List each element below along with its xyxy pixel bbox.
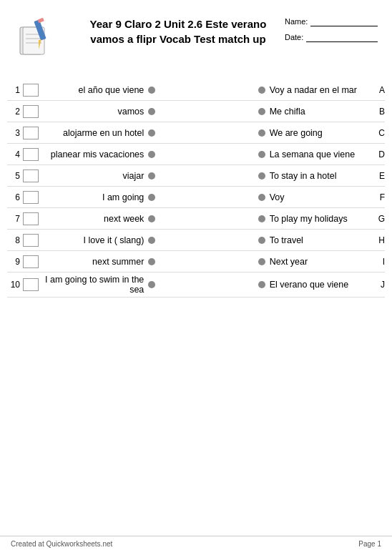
table-row: 2 vamos Me chifla B (7, 101, 385, 122)
left-dot-icon (148, 129, 155, 137)
right-letter: I (372, 257, 385, 267)
answer-box[interactable] (23, 127, 39, 139)
name-label: Name: (285, 17, 308, 26)
right-letter: E (372, 171, 385, 181)
table-row: 6 I am going Voy F (7, 187, 385, 208)
left-term: alojarme en un hotel (41, 128, 148, 138)
right-term: To stay in a hotel (265, 171, 372, 181)
left-term: I am going (41, 192, 148, 202)
row-number: 9 (7, 257, 23, 267)
row-number: 5 (7, 171, 23, 181)
row-number: 1 (7, 85, 23, 95)
table-row: 8 I love it ( slang) To travel H (7, 230, 385, 251)
page-title: Year 9 Claro 2 Unit 2.6 Este verano vamo… (72, 16, 285, 46)
answer-box[interactable] (23, 170, 39, 182)
right-dot-icon (258, 151, 265, 158)
svg-rect-7 (38, 18, 44, 23)
logo-area (14, 13, 72, 65)
left-dot-icon (148, 87, 155, 94)
table-row: 7 next week To play my holidays G (7, 208, 385, 230)
right-term: Voy a nadar en el mar (265, 85, 372, 95)
footer-right: Page 1 (358, 540, 381, 548)
right-letter: F (372, 192, 385, 202)
match-table: 1 el año que viene Voy a nadar en el mar… (0, 79, 392, 298)
right-letter: G (372, 214, 385, 224)
right-term: El verano que viene (265, 280, 372, 290)
row-number: 10 (7, 280, 23, 290)
right-dot-icon (258, 108, 265, 115)
left-term: planear mis vacaciones (41, 149, 148, 159)
right-dot-icon (258, 215, 265, 222)
left-dot-icon (148, 281, 155, 288)
right-letter: B (372, 107, 385, 117)
date-field-row: Date: (285, 32, 378, 42)
right-term: Me chifla (265, 107, 372, 117)
left-dot-icon (148, 151, 155, 158)
answer-box[interactable] (23, 234, 39, 247)
right-dot-icon (258, 237, 265, 244)
right-dot-icon (258, 194, 265, 201)
date-label: Date: (285, 33, 303, 41)
left-term: I am going to swim in the sea (41, 275, 148, 295)
logo-icon (14, 13, 64, 63)
row-number: 4 (7, 149, 23, 159)
row-number: 8 (7, 235, 23, 245)
footer-left: Created at Quickworksheets.net (11, 540, 112, 548)
name-underline[interactable] (310, 16, 378, 26)
right-dot-icon (258, 258, 265, 265)
name-date-area: Name: Date: (285, 13, 378, 48)
left-term: next week (41, 214, 148, 224)
right-dot-icon (258, 172, 265, 180)
left-term: vamos (41, 107, 148, 117)
table-row: 3 alojarme en un hotel We are going C (7, 122, 385, 144)
right-letter: D (372, 149, 385, 159)
row-number: 3 (7, 128, 23, 138)
answer-box[interactable] (23, 255, 39, 268)
table-row: 5 viajar To stay in a hotel E (7, 165, 385, 187)
table-row: 10 I am going to swim in the sea El vera… (7, 272, 385, 298)
right-letter: A (372, 85, 385, 95)
left-dot-icon (148, 258, 155, 265)
answer-box[interactable] (23, 212, 39, 225)
row-number: 7 (7, 214, 23, 224)
left-dot-icon (148, 237, 155, 244)
name-field-row: Name: (285, 16, 378, 26)
answer-box[interactable] (23, 105, 39, 118)
table-row: 1 el año que viene Voy a nadar en el mar… (7, 79, 385, 101)
row-number: 2 (7, 107, 23, 117)
page: Year 9 Claro 2 Unit 2.6 Este verano vamo… (0, 0, 392, 555)
left-dot-icon (148, 194, 155, 201)
table-row: 9 next summer Next year I (7, 251, 385, 272)
right-term: To play my holidays (265, 214, 372, 224)
right-term: We are going (265, 128, 372, 138)
table-row: 4 planear mis vacaciones La semana que v… (7, 144, 385, 165)
right-dot-icon (258, 281, 265, 288)
answer-box[interactable] (23, 191, 39, 204)
row-number: 6 (7, 192, 23, 202)
left-term: I love it ( slang) (41, 235, 148, 245)
right-letter: C (372, 128, 385, 138)
right-letter: H (372, 235, 385, 245)
left-term: next summer (41, 257, 148, 267)
left-dot-icon (148, 108, 155, 115)
answer-box[interactable] (23, 278, 39, 291)
right-term: Next year (265, 257, 372, 267)
left-term: el año que viene (41, 85, 148, 95)
right-term: To travel (265, 235, 372, 245)
answer-box[interactable] (23, 84, 39, 97)
left-dot-icon (148, 172, 155, 180)
right-letter: J (372, 280, 385, 290)
footer: Created at Quickworksheets.net Page 1 (0, 536, 392, 548)
title-area: Year 9 Claro 2 Unit 2.6 Este verano vamo… (72, 13, 285, 50)
right-dot-icon (258, 87, 265, 94)
header: Year 9 Claro 2 Unit 2.6 Este verano vamo… (0, 0, 392, 72)
answer-box[interactable] (23, 148, 39, 161)
date-underline[interactable] (306, 32, 378, 42)
left-dot-icon (148, 215, 155, 222)
right-term: La semana que viene (265, 149, 372, 159)
right-dot-icon (258, 129, 265, 137)
right-term: Voy (265, 192, 372, 202)
left-term: viajar (41, 171, 148, 181)
